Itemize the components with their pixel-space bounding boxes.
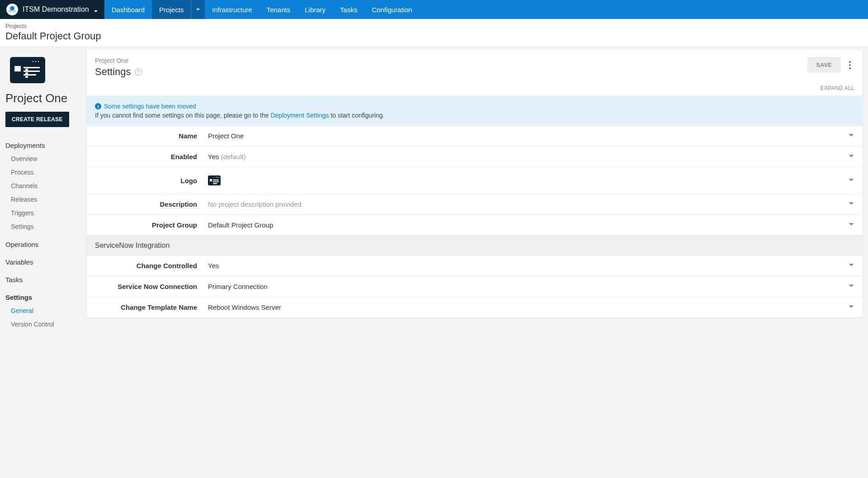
space-name: ITSM Demonstration: [23, 5, 89, 14]
nav-infrastructure[interactable]: Infrastructure: [205, 0, 259, 19]
create-release-button[interactable]: CREATE RELEASE: [5, 112, 69, 127]
setting-row-servicenow-connection[interactable]: Service Now Connection Primary Connectio…: [87, 276, 863, 297]
card-project-label: Project One: [95, 57, 807, 64]
sidebar-item-overview[interactable]: Overview: [11, 152, 81, 166]
project-logo-icon: [208, 175, 221, 185]
card-header: Project One Settings ? SAVE: [87, 50, 863, 85]
chevron-down-icon: [848, 262, 854, 270]
section-servicenow: ServiceNow Integration: [87, 236, 863, 256]
chevron-down-icon: [848, 283, 854, 290]
chevron-down-icon: [94, 7, 98, 12]
sidebar-item-channels[interactable]: Channels: [11, 179, 81, 193]
setting-label: Enabled: [95, 153, 208, 161]
save-button[interactable]: SAVE: [807, 57, 841, 73]
nav-configuration[interactable]: Configuration: [364, 0, 419, 19]
setting-value: [208, 175, 848, 185]
octopus-logo-icon: [6, 4, 18, 15]
help-icon[interactable]: ?: [135, 68, 142, 76]
nav-projects[interactable]: Projects: [152, 0, 191, 19]
setting-value: Yes: [208, 262, 848, 270]
space-selector[interactable]: ITSM Demonstration: [0, 0, 104, 19]
sidebar-item-deploy-settings[interactable]: Settings: [11, 220, 81, 233]
setting-row-enabled[interactable]: Enabled Yes (default): [87, 147, 863, 167]
project-name: Project One: [5, 91, 81, 105]
page-title: Settings ?: [95, 66, 807, 78]
setting-label: Change Template Name: [95, 303, 208, 311]
sidebar-heading-tasks[interactable]: Tasks: [5, 273, 81, 286]
setting-row-logo[interactable]: Logo: [87, 167, 863, 194]
sidebar-item-general[interactable]: General: [11, 304, 81, 317]
chevron-down-icon: [848, 153, 854, 161]
setting-row-name[interactable]: Name Project One: [87, 126, 863, 147]
top-nav: ITSM Demonstration Dashboard Projects In…: [0, 0, 868, 19]
overflow-menu-icon[interactable]: [845, 58, 854, 72]
setting-value: Yes (default): [208, 153, 848, 161]
sidebar-item-triggers[interactable]: Triggers: [11, 206, 81, 220]
breadcrumb-crumb[interactable]: Projects: [5, 23, 863, 29]
sidebar-heading-variables[interactable]: Variables: [5, 256, 81, 269]
sidebar-heading-deployments[interactable]: Deployments: [5, 139, 81, 152]
sidebar-heading-settings[interactable]: Settings: [5, 291, 81, 304]
setting-row-project-group[interactable]: Project Group Default Project Group: [87, 215, 863, 236]
setting-row-description[interactable]: Description No project description provi…: [87, 194, 863, 215]
nav-projects-dropdown[interactable]: [191, 0, 205, 19]
sidebar-item-version-control[interactable]: Version Control: [11, 317, 81, 331]
sidebar-item-releases[interactable]: Releases: [11, 193, 81, 206]
breadcrumb-title: Default Project Group: [5, 30, 863, 42]
alert-body: If you cannot find some settings on this…: [95, 112, 854, 119]
setting-label: Description: [95, 200, 208, 208]
layout: Project One CREATE RELEASE Deployments O…: [0, 47, 868, 478]
expand-all-link[interactable]: EXPAND ALL: [87, 85, 863, 96]
sidebar-item-process[interactable]: Process: [11, 166, 81, 179]
setting-row-change-template[interactable]: Change Template Name Reboot Windows Serv…: [87, 297, 863, 317]
chevron-down-icon: [848, 177, 854, 185]
nav-dashboard[interactable]: Dashboard: [104, 0, 152, 19]
setting-label: Logo: [95, 177, 208, 185]
setting-label: Project Group: [95, 221, 208, 229]
page-title-text: Settings: [95, 66, 131, 78]
settings-card: Project One Settings ? SAVE EXPAND ALL i…: [87, 50, 863, 317]
alert-body-suffix: to start configuring.: [329, 112, 385, 119]
sidebar-heading-operations[interactable]: Operations: [5, 238, 81, 251]
setting-value: Project One: [208, 132, 848, 140]
alert-body-prefix: If you cannot find some settings on this…: [95, 112, 270, 119]
setting-value-suffix: (default): [221, 153, 246, 161]
setting-value-text: Yes: [208, 153, 219, 161]
project-icon: [10, 57, 45, 83]
setting-value: Default Project Group: [208, 221, 848, 229]
breadcrumb: Projects Default Project Group: [0, 19, 868, 47]
setting-value: Primary Connection: [208, 283, 848, 290]
nav-tasks[interactable]: Tasks: [333, 0, 364, 19]
svg-point-0: [10, 6, 14, 11]
nav-items: Dashboard Projects Infrastructure Tenant…: [104, 0, 420, 19]
sidebar: Project One CREATE RELEASE Deployments O…: [0, 47, 87, 478]
chevron-down-icon: [848, 132, 854, 140]
nav-tenants[interactable]: Tenants: [259, 0, 298, 19]
chevron-down-icon: [848, 221, 854, 229]
info-icon: i: [95, 103, 101, 109]
setting-value: No project description provided: [208, 200, 848, 208]
alert-title-text: Some settings have been moved: [104, 103, 196, 110]
setting-row-change-controlled[interactable]: Change Controlled Yes: [87, 256, 863, 276]
info-alert: i Some settings have been moved If you c…: [87, 96, 863, 126]
deployment-settings-link[interactable]: Deployment Settings: [270, 112, 329, 119]
setting-label: Name: [95, 132, 208, 140]
main: Project One Settings ? SAVE EXPAND ALL i…: [87, 47, 868, 478]
setting-label: Change Controlled: [95, 262, 208, 270]
chevron-down-icon: [848, 303, 854, 311]
chevron-down-icon: [848, 200, 854, 208]
nav-library[interactable]: Library: [297, 0, 333, 19]
setting-value: Reboot Windows Server: [208, 303, 848, 311]
setting-label: Service Now Connection: [95, 283, 208, 290]
